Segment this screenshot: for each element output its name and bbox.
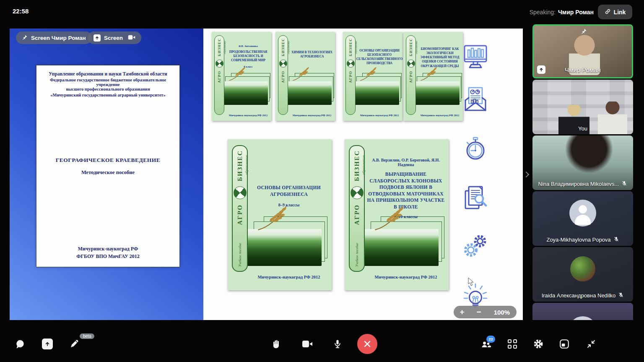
participant-tile[interactable] — [532, 303, 633, 320]
participant-name: Чмир Роман — [537, 66, 628, 73]
title-page-imprint: Мичуринск-наукоград РФ ФГБОУ ВПО МичГАУ … — [36, 245, 179, 260]
globe-logo-icon — [347, 60, 355, 68]
participant-tile[interactable]: Iraida Александровна Nedilko — [532, 247, 633, 302]
minimize-button[interactable] — [585, 338, 597, 350]
sidebar-collapse-chevron-icon[interactable] — [523, 169, 529, 180]
gears-icon — [460, 230, 491, 260]
field-photo — [218, 81, 268, 105]
field-photo — [410, 81, 460, 105]
book-imprint: Мичуринск-наукоград РФ 2012 — [291, 114, 333, 117]
collapse-icon — [586, 339, 596, 349]
gear-icon — [533, 339, 544, 349]
wheat-icon — [367, 201, 411, 236]
settings-button[interactable] — [532, 338, 544, 350]
band-script: образование — [223, 41, 226, 54]
monitor-chart-icon — [460, 42, 491, 73]
avatar-placeholder-icon — [569, 200, 596, 227]
band-word: БИЗНЕС — [217, 38, 221, 56]
book-imprint: Мичуринск-наукоград РФ 2012 — [227, 114, 270, 117]
screen-pill-label: Screen — [104, 35, 123, 41]
raise-hand-button[interactable] — [270, 338, 282, 350]
camera-icon — [128, 34, 135, 42]
book-title: ХИМИЯ В ТЕХНОЛОГИЯХ АГРОБИЗНЕСА — [291, 50, 333, 59]
pinned-pill-label: Screen Чмир Роман — [31, 35, 86, 41]
pinned-screen-pill[interactable]: Screen Чмир Роман — [16, 31, 92, 44]
share-screen-icon — [42, 339, 53, 349]
book-imprint: Мичуринск-наукоград РФ 2012 — [249, 275, 328, 279]
participant-tile[interactable]: Nina Владимировна Mikolaevs... — [532, 135, 633, 190]
title-page: Управление образования и науки Тамбовско… — [36, 65, 180, 267]
close-icon — [363, 340, 371, 348]
end-call-button[interactable] — [357, 334, 377, 354]
document-search-icon — [460, 183, 491, 214]
envelope-report-icon — [460, 84, 491, 115]
participant-name: Nina Владимировна Mikolaevs... — [538, 181, 619, 187]
agro-band: БИЗНЕС образование АГРО — [345, 35, 356, 115]
meeting-window: 22:58 Speaking: Чмир Роман Link Screen Ч… — [0, 0, 644, 362]
zoom-out-button[interactable]: − — [470, 306, 487, 318]
shared-screen-view: Screen Чмир Роман Screen Управление обра… — [10, 29, 523, 320]
wheat-icon — [417, 64, 440, 84]
participant-name: Iraida Александровна Nedilko — [542, 292, 616, 299]
book-imprint: Мичуринск-наукоград РФ 2012 — [358, 114, 401, 117]
mouse-cursor — [467, 277, 475, 286]
mic-muted-icon — [621, 180, 627, 188]
mic-icon — [332, 339, 343, 349]
wheat-icon — [250, 201, 294, 236]
book-imprint: Мичуринск-наукоград РФ 2012 — [418, 114, 461, 117]
agro-band: БИЗНЕС образование АГРО Учебное пособие — [349, 145, 365, 272]
speaking-label: Speaking: — [530, 9, 556, 16]
globe-logo-icon — [216, 60, 223, 68]
pip-icon — [559, 339, 570, 349]
participant-tile-self[interactable]: You — [532, 80, 633, 134]
chat-button[interactable] — [14, 338, 26, 350]
annotate-button[interactable] — [68, 338, 80, 350]
speaker-name: Чмир Роман — [558, 9, 594, 16]
book-cover: БИЗНЕС образование АГРО ОСНОВЫ ОРГАНИЗАЦ… — [343, 32, 402, 121]
agro-band: БИЗНЕС образование АГРО — [214, 35, 224, 115]
share-screen-button[interactable] — [42, 338, 53, 350]
pip-button[interactable] — [558, 338, 570, 350]
book-imprint: Мичуринск-наукоград РФ 2012 — [366, 275, 445, 279]
avatar — [570, 256, 595, 281]
hand-icon — [271, 339, 281, 349]
participant-name: You — [536, 125, 630, 132]
title-page-header: Управление образования и науки Тамбовско… — [41, 71, 175, 97]
zoom-level: 100% — [494, 309, 510, 316]
mic-muted-icon — [613, 236, 619, 243]
book-author: А.В. Верзилин, О.Р. Береговой, Я.Н. Наде… — [366, 158, 445, 167]
camera-icon — [302, 340, 313, 348]
pin-icon — [581, 28, 587, 36]
clock: 22:58 — [13, 8, 29, 15]
camera-button[interactable] — [301, 338, 313, 350]
book-title: ОСНОВЫ ОРГАНИЗАЦИИ БЕЗОПАСНОГО СЕЛЬСКОХО… — [356, 49, 403, 66]
wheat-icon — [225, 64, 249, 84]
mic-button[interactable] — [332, 338, 343, 350]
field-photo — [350, 81, 399, 105]
book-cover: БИЗНЕС образование АГРО БИОМОНИТОРИНГ КА… — [403, 32, 463, 121]
grid-icon — [508, 339, 517, 349]
stopwatch-icon — [460, 133, 491, 163]
field-photo — [282, 81, 332, 105]
book-cover: БИЗНЕС образование АГРО Учебное пособие … — [345, 139, 449, 290]
title-page-subtitle: Методическое пособие — [36, 169, 179, 176]
book-author: Я.В. Антоненко — [239, 44, 258, 47]
book-title: ОСНОВЫ ОРГАНИЗАЦИИ АГРОБИЗНЕСА — [249, 185, 328, 198]
book-title: ПРОДОВОЛЬСТВЕННАЯ БЕЗОПАСНОСТЬ И СОВРЕМЕ… — [227, 50, 270, 63]
grid-view-button[interactable] — [506, 338, 518, 350]
globe-logo-icon — [279, 60, 287, 68]
screen-source-pill[interactable]: Screen — [88, 31, 141, 44]
participant-tile-active-speaker[interactable]: Чмир Роман — [532, 24, 633, 78]
book-cover: БИЗНЕС образование АГРО Я.В. Антоненко П… — [212, 32, 271, 121]
upload-icon — [93, 34, 101, 42]
zoom-in-button[interactable]: + — [454, 306, 470, 318]
wheat-icon — [356, 64, 380, 84]
link-button[interactable]: Link — [598, 5, 632, 19]
wheat-icon — [289, 64, 312, 84]
link-button-label: Link — [614, 9, 626, 16]
participant-tile[interactable]: Zoya-Mikhaylovna Popova — [532, 191, 633, 246]
chat-icon — [15, 339, 26, 349]
globe-logo-icon — [351, 186, 364, 199]
pencil-icon — [69, 339, 79, 349]
participant-name: Zoya-Mikhaylovna Popova — [546, 237, 610, 243]
